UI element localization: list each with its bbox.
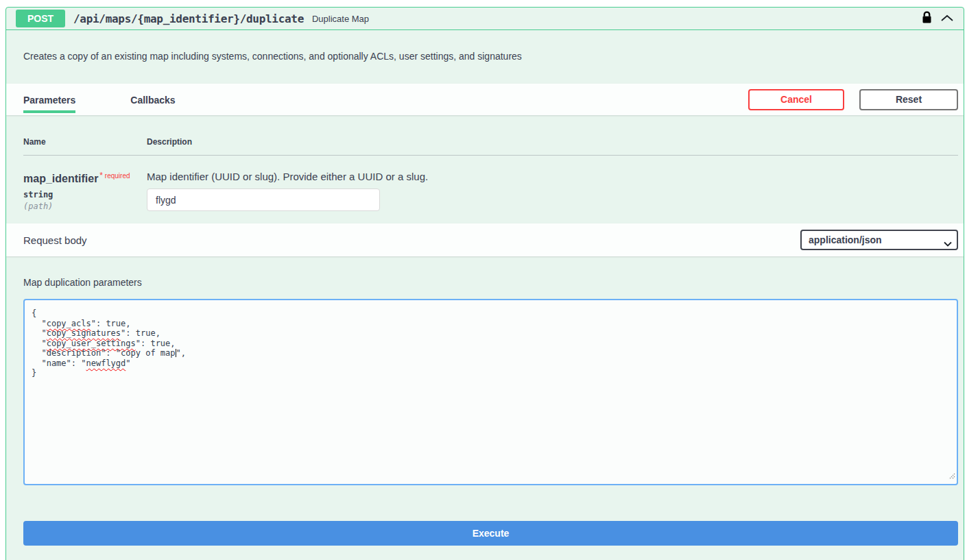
endpoint-summary: Duplicate Map [312, 14, 369, 24]
tab-parameters[interactable]: Parameters [23, 84, 75, 114]
map-identifier-input[interactable] [147, 188, 380, 211]
authorize-lock-button[interactable] [922, 11, 932, 26]
parameter-name-cell: map_identifier* required string (path) [23, 171, 147, 211]
parameter-location: (path) [23, 202, 147, 211]
parameter-description: Map identifier (UUID or slug). Provide e… [147, 171, 958, 182]
endpoint-path: /api/maps/{map_identifier}/duplicate [73, 12, 304, 25]
parameters-table-header: Name Description [23, 115, 958, 156]
required-marker: * required [99, 172, 130, 180]
body-editor-content: { "copy_acls": true, "copy_signatures": … [32, 308, 950, 378]
http-method-badge: POST [16, 10, 65, 27]
column-header-description: Description [147, 137, 192, 147]
execute-wrapper: Execute [6, 485, 964, 546]
request-body-editor[interactable]: { "copy_acls": true, "copy_signatures": … [23, 299, 958, 485]
reset-button[interactable]: Reset [859, 89, 958, 110]
content-type-select[interactable]: application/json [800, 230, 958, 250]
lock-icon [922, 11, 932, 26]
request-body-header: Request body application/json [6, 223, 964, 256]
resize-handle-icon[interactable] [948, 470, 955, 483]
parameter-name: map_identifier [23, 173, 98, 184]
chevron-up-icon [940, 14, 954, 24]
operation-block-post-duplicate: POST /api/maps/{map_identifier}/duplicat… [5, 7, 964, 560]
parameter-description-cell: Map identifier (UUID or slug). Provide e… [147, 171, 958, 211]
operation-summary-header[interactable]: POST /api/maps/{map_identifier}/duplicat… [6, 8, 964, 30]
cancel-button[interactable]: Cancel [748, 89, 844, 110]
text-cursor [176, 349, 176, 357]
request-body-label: Request body [23, 234, 87, 246]
parameters-table: Name Description map_identifier* require… [6, 115, 964, 223]
parameter-row-map-identifier: map_identifier* required string (path) M… [23, 156, 958, 211]
execute-button[interactable]: Execute [23, 521, 958, 546]
parameter-type: string [23, 190, 147, 199]
request-body-section: Map duplication parameters { "copy_acls"… [6, 256, 964, 485]
schema-title: Map duplication parameters [23, 256, 958, 299]
operation-description: Creates a copy of an existing map includ… [6, 30, 964, 84]
collapse-operation-button[interactable] [940, 14, 954, 24]
parameters-section-header: Parameters Callbacks Cancel Reset [6, 84, 964, 115]
column-header-name: Name [23, 137, 147, 147]
tab-callbacks[interactable]: Callbacks [130, 84, 175, 114]
content-type-select-wrap: application/json [800, 230, 958, 250]
